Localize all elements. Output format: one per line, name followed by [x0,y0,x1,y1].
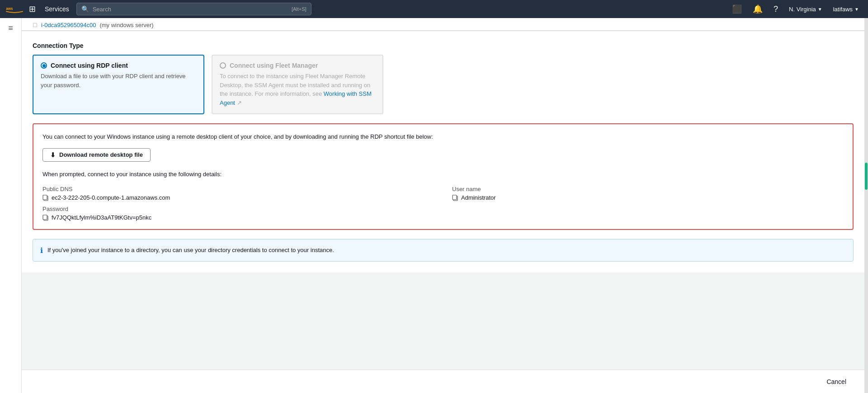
copy-dns-icon[interactable] [42,195,49,201]
fleet-option[interactable]: Connect using Fleet Manager To connect t… [212,55,383,114]
hamburger-icon[interactable]: ≡ [8,23,13,33]
password-section: Password fv7JQQktLfylm%iD3aAT9tKGtv=p5nk… [42,206,844,221]
main-content: ☐ i-0dca952965094c00 (my windows server)… [22,18,864,393]
region-selector[interactable]: N. Virginia ▼ [785,4,826,14]
user-menu[interactable]: latifaws ▼ [830,4,863,14]
public-dns-value: ec2-3-222-205-0.compute-1.amazonaws.com [52,194,170,201]
copy-username-icon[interactable] [452,195,458,201]
directory-info-box: ℹ If you've joined your instance to a di… [33,239,854,262]
instance-checkbox-icon: ☐ [33,22,38,28]
user-label: latifaws [833,6,853,13]
password-value: fv7JQQktLfylm%iD3aAT9tKGtv=p5nkc [52,214,151,221]
connection-type-label: Connection Type [33,42,854,49]
svg-rect-4 [453,195,457,200]
scrollbar-thumb[interactable] [865,163,868,190]
username-value-row: Administrator [452,194,844,201]
instance-id-link[interactable]: i-0dca952965094c00 [41,22,96,28]
right-scrollbar[interactable] [864,18,868,393]
connection-details-grid: Public DNS ec2-3-222-205-0.compute-1.ama… [42,186,844,201]
public-dns-value-row: ec2-3-222-205-0.compute-1.amazonaws.com [42,194,434,201]
help-icon[interactable]: ? [770,3,782,16]
info-box-main-text: You can connect to your Windows instance… [42,132,844,142]
region-label: N. Virginia [789,6,816,13]
search-icon: 🔍 [81,5,89,13]
terminal-icon[interactable]: ⬛ [728,2,745,16]
public-dns-label: Public DNS [42,186,434,192]
left-sidebar: ≡ [0,18,22,393]
fleet-option-title: Connect using Fleet Manager [230,62,318,69]
download-btn-label: Download remote desktop file [59,151,143,158]
download-rdp-button[interactable]: ⬇ Download remote desktop file [42,148,151,162]
public-dns-item: Public DNS ec2-3-222-205-0.compute-1.ama… [42,186,434,201]
footer-bar: Cancel [22,370,864,393]
svg-rect-6 [43,215,47,220]
username-label: User name [452,186,844,192]
copy-password-icon[interactable] [42,215,49,221]
rdp-radio[interactable] [41,62,47,69]
cancel-button[interactable]: Cancel [819,374,854,389]
download-icon: ⬇ [50,151,56,159]
instance-row: ☐ i-0dca952965094c00 (my windows server) [22,18,864,31]
user-chevron-icon: ▼ [854,7,859,12]
svg-rect-2 [43,195,47,200]
password-label: Password [42,206,844,212]
rdp-option-desc: Download a file to use with your RDP cli… [41,72,196,89]
search-input[interactable] [93,6,288,13]
search-bar: 🔍 [Alt+S] [76,3,311,15]
grid-menu-icon[interactable]: ⊞ [27,2,38,16]
prompt-text: When prompted, connect to your instance … [42,170,844,179]
connection-card: Connection Type Connect using RDP client… [22,31,864,272]
services-nav-item[interactable]: Services [41,4,73,14]
rdp-option[interactable]: Connect using RDP client Download a file… [33,55,204,114]
directory-info-text: If you've joined your instance to a dire… [47,246,334,255]
aws-logo[interactable]: aws [5,4,24,14]
rdp-option-title: Connect using RDP client [51,62,128,69]
username-value: Administrator [461,194,496,201]
svg-text:aws: aws [6,7,13,11]
info-circle-icon: ℹ [40,246,43,255]
instance-label: (my windows server) [99,22,153,28]
rdp-info-box: You can connect to your Windows instance… [33,123,854,230]
bell-icon[interactable]: 🔔 [749,2,766,16]
fleet-radio[interactable] [220,62,226,69]
top-nav: aws ⊞ Services 🔍 [Alt+S] ⬛ 🔔 ? N. Virgin… [0,0,868,18]
external-link-icon: ↗ [237,99,242,106]
password-value-row: fv7JQQktLfylm%iD3aAT9tKGtv=p5nkc [42,214,844,221]
fleet-option-desc: To connect to the instance using Fleet M… [220,72,375,107]
region-chevron-icon: ▼ [818,7,822,12]
username-item: User name Administrator [452,186,844,201]
search-shortcut: [Alt+S] [292,6,307,12]
connection-options: Connect using RDP client Download a file… [33,55,854,114]
